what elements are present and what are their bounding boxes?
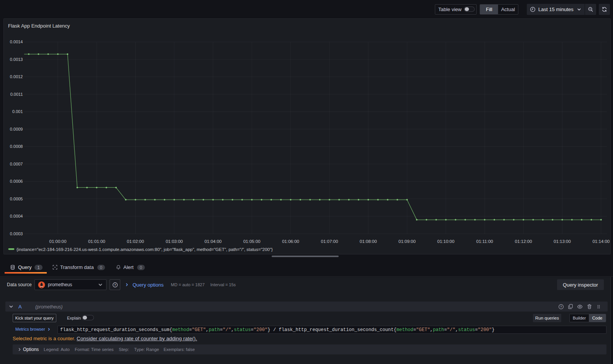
svg-text:0.0013: 0.0013 (10, 57, 23, 62)
svg-text:01:00:00: 01:00:00 (49, 239, 67, 244)
svg-text:01:06:00: 01:06:00 (282, 239, 299, 244)
svg-text:{instance="ec2-184-169-216-224: {instance="ec2-184-169-216-224.us-west-1… (16, 247, 273, 252)
svg-text:0.0005: 0.0005 (10, 197, 23, 201)
svg-text:0.0014: 0.0014 (10, 39, 23, 44)
svg-text:01:04:00: 01:04:00 (205, 239, 222, 244)
svg-text:0.0009: 0.0009 (10, 127, 23, 131)
svg-text:01:05:00: 01:05:00 (243, 239, 261, 244)
svg-text:0.0011: 0.0011 (10, 92, 23, 97)
svg-text:01:08:00: 01:08:00 (360, 239, 377, 244)
svg-text:?: ? (560, 305, 562, 308)
svg-text:01:09:00: 01:09:00 (398, 239, 416, 244)
svg-text:01:14:00: 01:14:00 (592, 239, 610, 244)
svg-text:01:07:00: 01:07:00 (321, 239, 338, 244)
svg-text:0.0003: 0.0003 (10, 231, 23, 236)
svg-text:0.0012: 0.0012 (10, 74, 23, 79)
svg-text:0.001: 0.001 (12, 109, 23, 114)
svg-text:01:11:00: 01:11:00 (476, 239, 493, 244)
svg-text:01:12:00: 01:12:00 (515, 239, 532, 244)
svg-text:01:02:00: 01:02:00 (127, 239, 144, 244)
svg-text:01:03:00: 01:03:00 (166, 239, 183, 244)
svg-text:01:01:00: 01:01:00 (88, 239, 105, 244)
svg-text:01:13:00: 01:13:00 (554, 239, 571, 244)
svg-text:0.0008: 0.0008 (10, 144, 23, 149)
svg-text:0.0006: 0.0006 (10, 179, 23, 184)
svg-text:0.0007: 0.0007 (10, 162, 23, 166)
svg-text:01:10:00: 01:10:00 (437, 239, 454, 244)
svg-text:?: ? (114, 283, 116, 287)
svg-text:0.0004: 0.0004 (10, 214, 23, 218)
